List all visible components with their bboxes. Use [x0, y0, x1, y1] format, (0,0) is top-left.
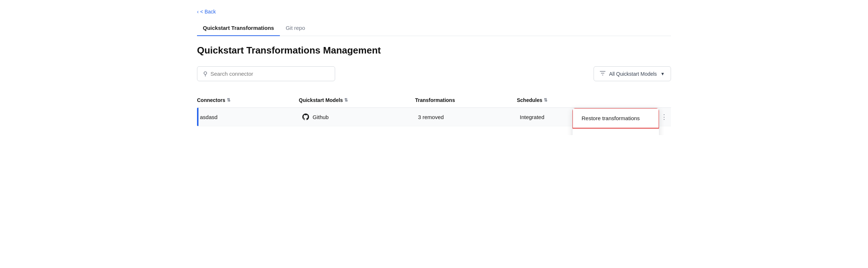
search-box[interactable]: ⚲ [197, 66, 335, 81]
chevron-down-icon: ▼ [660, 71, 665, 76]
cell-model: Github [299, 113, 415, 121]
back-chevron-icon: ‹ [197, 9, 199, 15]
sort-icon-quickstart: ⇅ [344, 98, 348, 103]
data-table: Connectors ⇅ Quickstart Models ⇅ Transfo… [197, 93, 671, 126]
dropdown-item-restore[interactable]: Restore transformations [572, 108, 659, 129]
col-header-transformations: Transformations [415, 97, 517, 103]
search-input[interactable] [210, 71, 329, 77]
page-title: Quickstart Transformations Management [197, 45, 671, 56]
col-header-quickstart: Quickstart Models ⇅ [299, 97, 415, 103]
back-label: < Back [200, 9, 216, 15]
tab-bar: Quickstart Transformations Git repo [197, 20, 671, 36]
cell-transformations: 3 removed [415, 114, 517, 120]
table-header: Connectors ⇅ Quickstart Models ⇅ Transfo… [197, 93, 671, 108]
filter-label: All Quickstart Models [609, 71, 657, 77]
col-header-connectors: Connectors ⇅ [197, 97, 299, 103]
cell-connector: asdasd [197, 114, 299, 120]
row-accent [197, 108, 198, 126]
filter-icon [600, 70, 606, 77]
col-header-actions [619, 97, 671, 103]
search-icon: ⚲ [203, 70, 208, 77]
dropdown-menu: Restore transformations Edit all schedul… [572, 108, 659, 135]
filter-dropdown[interactable]: All Quickstart Models ▼ [594, 66, 671, 81]
github-icon [302, 113, 310, 121]
sort-icon-connectors: ⇅ [227, 98, 230, 103]
col-header-schedules: Schedules ⇅ [517, 97, 619, 103]
more-dots-icon: ⋮ [661, 113, 668, 121]
back-link[interactable]: ‹ < Back [197, 9, 216, 15]
dropdown-item-edit[interactable]: Edit all schedules [572, 128, 659, 135]
toolbar: ⚲ All Quickstart Models ▼ [197, 66, 671, 81]
tab-quickstart[interactable]: Quickstart Transformations [197, 20, 280, 36]
tab-gitrepo[interactable]: Git repo [280, 20, 311, 36]
table-row: asdasd Github 3 removed Integrated ⋮ Res… [197, 108, 671, 126]
sort-icon-schedules: ⇅ [544, 98, 547, 103]
